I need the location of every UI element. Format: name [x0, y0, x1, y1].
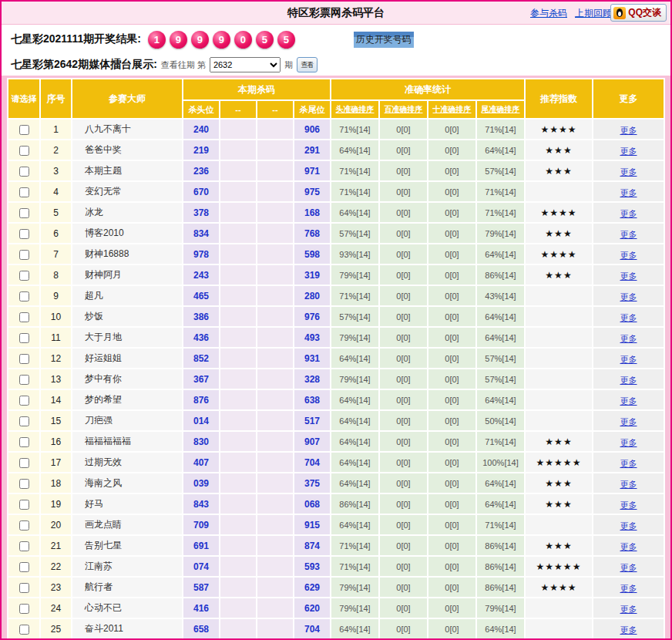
row-select-cell: [8, 578, 39, 597]
kill-mid-cell: [257, 515, 293, 534]
more-link[interactable]: 更多: [620, 563, 637, 572]
sort-hundred-accuracy-link[interactable]: 百准确排序: [385, 105, 423, 113]
more-link[interactable]: 更多: [620, 334, 637, 343]
nav-link-join[interactable]: 参与杀码: [530, 7, 567, 20]
more-link[interactable]: 更多: [620, 500, 637, 510]
accuracy-ten: 0[0]: [428, 453, 475, 472]
more-link[interactable]: 更多: [620, 292, 637, 301]
more-link[interactable]: 更多: [620, 438, 637, 447]
row-checkbox[interactable]: [19, 541, 29, 551]
row-checkbox[interactable]: [19, 291, 29, 301]
more-link[interactable]: 更多: [620, 313, 637, 322]
accuracy-head: 64%[14]: [331, 515, 378, 534]
row-checkbox[interactable]: [19, 187, 29, 197]
row-checkbox[interactable]: [19, 146, 29, 156]
more-cell: 更多: [593, 494, 664, 514]
sort-head-accuracy-link[interactable]: 头准确排序: [336, 105, 375, 113]
more-link[interactable]: 更多: [620, 417, 637, 426]
row-checkbox[interactable]: [19, 333, 29, 343]
row-index: 15: [41, 411, 71, 430]
row-index: 11: [41, 328, 71, 347]
accuracy-head: 71%[14]: [331, 161, 378, 180]
more-link[interactable]: 更多: [620, 396, 637, 406]
table-header-row-1: 请选择 序号 参赛大师 本期杀码 准确率统计 推荐指数 更多: [8, 79, 664, 99]
row-checkbox[interactable]: [19, 375, 29, 385]
nav-link-last-period[interactable]: 上期回顾: [575, 7, 612, 20]
more-link[interactable]: 更多: [620, 584, 637, 593]
row-checkbox[interactable]: [19, 167, 29, 177]
col-header-more: 更多: [593, 79, 664, 118]
more-link[interactable]: 更多: [620, 605, 637, 614]
table-row: 12好运姐姐85293164%[14]0[0]0[0]57%[14]更多: [8, 349, 664, 368]
more-link[interactable]: 更多: [620, 542, 637, 551]
more-link[interactable]: 更多: [620, 209, 637, 218]
accuracy-hundred: 0[0]: [380, 203, 427, 222]
kill-head-value: 436: [183, 328, 219, 347]
kill-mid-cell: [257, 182, 293, 201]
row-checkbox[interactable]: [19, 625, 29, 635]
accuracy-tail: 64%[14]: [477, 390, 524, 409]
more-cell: 更多: [593, 286, 664, 305]
row-checkbox[interactable]: [19, 125, 29, 135]
row-checkbox[interactable]: [19, 520, 29, 531]
kill-mid-cell: [220, 349, 256, 368]
qq-penguin-icon: [613, 7, 626, 19]
row-index: 8: [41, 265, 71, 285]
more-link[interactable]: 更多: [620, 376, 637, 385]
more-link[interactable]: 更多: [620, 480, 637, 489]
row-checkbox[interactable]: [19, 416, 29, 426]
master-name: 大于月地: [72, 328, 182, 347]
kill-head-value: 407: [183, 453, 219, 472]
master-name: 奋斗2011: [72, 619, 182, 638]
kill-tail-value: 291: [294, 140, 330, 160]
row-checkbox[interactable]: [19, 479, 29, 489]
kill-tail-value: 629: [294, 578, 330, 597]
row-select-cell: [8, 536, 39, 555]
row-checkbox[interactable]: [19, 250, 29, 260]
row-checkbox[interactable]: [19, 500, 29, 510]
period-select[interactable]: 2632: [210, 57, 281, 72]
sort-tail-accuracy-link[interactable]: 尾准确排序: [482, 105, 520, 113]
table-row: 22江南苏07459371%[14]0[0]0[0]86%[14]★★★★★更多: [8, 557, 664, 576]
kill-head-value: 658: [183, 619, 219, 638]
row-select-cell: [8, 120, 39, 139]
more-cell: 更多: [593, 453, 664, 472]
row-checkbox[interactable]: [19, 354, 29, 364]
row-checkbox[interactable]: [19, 604, 29, 614]
more-link[interactable]: 更多: [620, 459, 637, 468]
qq-chat-button[interactable]: QQ交谈: [610, 4, 667, 22]
more-link[interactable]: 更多: [620, 625, 637, 635]
row-checkbox[interactable]: [19, 396, 29, 406]
more-link[interactable]: 更多: [620, 230, 637, 239]
more-link[interactable]: 更多: [620, 188, 637, 197]
row-checkbox[interactable]: [19, 458, 29, 468]
lottery-ball: 5: [256, 31, 274, 49]
row-select-cell: [8, 453, 39, 472]
go-button[interactable]: 查看: [297, 57, 318, 72]
row-checkbox[interactable]: [19, 583, 29, 593]
more-link[interactable]: 更多: [620, 147, 637, 156]
row-checkbox[interactable]: [19, 312, 29, 322]
master-name: 告别七星: [72, 536, 182, 555]
kill-tail-value: 593: [294, 557, 330, 576]
row-checkbox[interactable]: [19, 437, 29, 447]
more-link[interactable]: 更多: [620, 271, 637, 281]
row-checkbox[interactable]: [19, 229, 29, 239]
master-name: 爸爸中奖: [72, 140, 182, 160]
more-link[interactable]: 更多: [620, 167, 637, 177]
row-checkbox[interactable]: [19, 271, 29, 281]
more-link[interactable]: 更多: [620, 126, 637, 135]
more-link[interactable]: 更多: [620, 251, 637, 260]
history-numbers-link[interactable]: 历史开奖号码: [354, 32, 414, 48]
more-cell: 更多: [593, 536, 664, 555]
subcol-kill-mid1: --: [220, 101, 256, 118]
accuracy-tail: 86%[14]: [477, 578, 524, 597]
row-checkbox[interactable]: [19, 208, 29, 218]
more-link[interactable]: 更多: [620, 355, 637, 364]
accuracy-ten: 0[0]: [428, 473, 475, 493]
sort-ten-accuracy-link[interactable]: 十准确排序: [433, 105, 472, 113]
more-link[interactable]: 更多: [620, 521, 637, 531]
master-name: 好运姐姐: [72, 349, 182, 368]
row-checkbox[interactable]: [19, 562, 29, 572]
accuracy-head: 86%[14]: [331, 494, 378, 514]
